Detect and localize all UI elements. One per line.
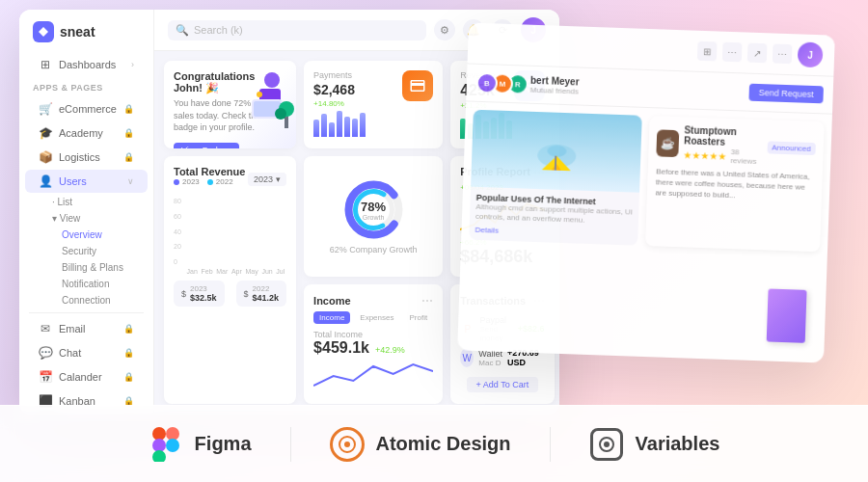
footer: Figma Atomic Design Variables (0, 405, 868, 482)
bg-profile-sub: Mutual friends (529, 86, 579, 96)
wallet-icon: W (460, 348, 474, 367)
logistics-icon: 📦 (39, 150, 52, 164)
footer-item-atomic: Atomic Design (291, 427, 551, 462)
revenue-main-card: Total Revenue 2023 2022 (164, 156, 296, 404)
svg-point-4 (257, 92, 262, 97)
sidebar-item-ecommerce[interactable]: 🛒 eCommerce 🔒 (25, 97, 148, 120)
stars: ★★★★★ (683, 149, 726, 162)
sidebar-item-logistics[interactable]: 📦 Logistics 🔒 (25, 146, 148, 169)
secondary-dashboard: ⊞ ⋯ ↗ ⋯ J B M R bert Meyer Mutual friend… (457, 22, 835, 362)
logo-text: sneat (60, 24, 95, 40)
ecommerce-icon: 🛒 (39, 102, 52, 116)
sidebar-sub-notification[interactable]: Notification (19, 276, 153, 292)
svg-point-21 (166, 439, 179, 452)
sidebar-item-chat-label: Chat (59, 347, 81, 359)
sidebar-item-academy[interactable]: 🎓 Academy 🔒 (25, 121, 148, 145)
reviews-text: Before there was a United States of Amer… (655, 166, 815, 203)
svg-point-7 (275, 108, 286, 120)
payments-trend: +14.80% (313, 99, 355, 108)
company-growth-label: 62% Company Growth (330, 245, 418, 254)
sidebar-item-dashboards-label: Dashboards (59, 59, 116, 70)
sidebar-sub-security[interactable]: Security (19, 243, 153, 259)
compare-2023-value: $32.5k (190, 293, 217, 303)
year-label: 2023 (254, 174, 273, 184)
chart-x-labels: JanFebMarAprMayJunJul (185, 268, 286, 275)
svg-point-23 (604, 442, 610, 447)
legend-2023-label: 2023 (182, 177, 200, 186)
income-trend: +42.9% (375, 345, 405, 355)
view-badges-button[interactable]: View Badges (174, 143, 239, 148)
donut-label: Growth (361, 214, 386, 221)
sidebar-item-calendar[interactable]: 📅 Calander 🔒 (25, 365, 148, 388)
sidebar-item-calendar-label: Calander (59, 371, 102, 383)
compare-2022: $ 2022$41.2k (236, 281, 287, 307)
bg-sky-card-body: Popular Uses Of The Internet Although cm… (469, 187, 639, 246)
sidebar-item-ecommerce-label: eCommerce (59, 103, 117, 115)
revenue-legend: 2023 2022 (174, 177, 245, 186)
sidebar-item-email[interactable]: ✉ Email 🔒 (25, 317, 148, 340)
total-income-label: Total Income (313, 330, 363, 339)
sky-illustration (471, 110, 642, 193)
calendar-icon: 📅 (39, 370, 52, 384)
income-tab-profit[interactable]: Profit (403, 311, 433, 324)
atomic-label: Atomic Design (376, 433, 511, 455)
payments-card: Payments $2,468 +14.80% (304, 61, 443, 148)
donut-chart-wrapper: 78% Growth (342, 178, 405, 241)
sidebar-item-chat[interactable]: 💬 Chat 🔒 (25, 341, 148, 364)
sidebar-sub-view[interactable]: ▾ View (19, 210, 153, 227)
sidebar-sub-overview[interactable]: Overview (19, 227, 153, 243)
revenue-title: Total Revenue (174, 166, 245, 177)
search-icon: 🔍 (176, 24, 189, 37)
variables-label: Variables (636, 433, 720, 455)
income-more-icon[interactable]: ⋯ (421, 294, 433, 308)
income-card: Income ⋯ Income Expenses Profit Total In… (304, 284, 443, 404)
logo-icon (33, 21, 54, 42)
ecommerce-lock: 🔒 (123, 104, 134, 114)
sidebar-item-academy-label: Academy (59, 127, 103, 139)
review-count: 38 reviews (730, 147, 762, 166)
legend-2023: 2023 (174, 177, 200, 186)
donut-percent: 78% (361, 200, 386, 214)
sidebar-item-users-label: Users (59, 175, 87, 187)
search-placeholder: Search (k) (194, 24, 243, 36)
wallet-sub: Mac D (478, 359, 502, 367)
search-bar[interactable]: 🔍 Search (k) (168, 20, 426, 40)
sidebar-item-users[interactable]: 👤 Users ∨ (25, 170, 148, 193)
svg-rect-18 (166, 427, 179, 441)
svg-rect-17 (152, 427, 166, 441)
reviews-logo: ☕ (657, 129, 680, 157)
legend-2022-label: 2022 (216, 177, 233, 186)
add-to-cart-button[interactable]: + Add To Cart (467, 377, 539, 392)
payments-value: $2,468 (313, 82, 355, 97)
year-badge[interactable]: 2023 ▾ (248, 173, 286, 186)
sidebar-item-dashboards[interactable]: ⊞ Dashboards › (25, 53, 148, 76)
sidebar-item-email-label: Email (59, 323, 86, 335)
reviews-header: ☕ Stumptown Roasters ★★★★★ 38 reviews An… (657, 123, 817, 168)
legend-2022: 2022 (207, 177, 233, 186)
details-link[interactable]: Details (475, 226, 633, 240)
total-income-value: $459.1k (313, 339, 369, 357)
send-request-button[interactable]: Send Request (748, 84, 824, 104)
bg-icon-4: ⋯ (773, 43, 793, 64)
sidebar-sub-connection[interactable]: Connection (19, 292, 153, 308)
atomic-design-icon (330, 427, 365, 462)
avatar-group: B M R (475, 72, 523, 95)
email-icon: ✉ (39, 322, 52, 335)
academy-lock: 🔒 (123, 128, 134, 138)
income-title: Income (313, 295, 351, 307)
header-settings-icon[interactable]: ⚙ (434, 19, 455, 40)
bg-icon-1: ⊞ (697, 41, 718, 62)
sidebar-sub-list[interactable]: · List (19, 194, 153, 210)
sidebar-sub-billing[interactable]: Billing & Plans (19, 259, 153, 276)
chat-icon: 💬 (39, 346, 52, 360)
payments-icon-box (402, 70, 433, 101)
bg-sky-card: Popular Uses Of The Internet Although cm… (469, 110, 642, 246)
users-arrow: ∨ (127, 176, 134, 186)
income-tab-expenses[interactable]: Expenses (354, 311, 399, 324)
compare-2023-year: 2023 (190, 284, 217, 293)
income-tab-income[interactable]: Income (313, 311, 350, 324)
payments-mini-bars (313, 108, 433, 137)
figma-label: Figma (195, 433, 252, 455)
growth-card: 78% Growth 62% Company Growth (304, 156, 443, 277)
reviews-name: Stumptown Roasters (684, 124, 763, 148)
